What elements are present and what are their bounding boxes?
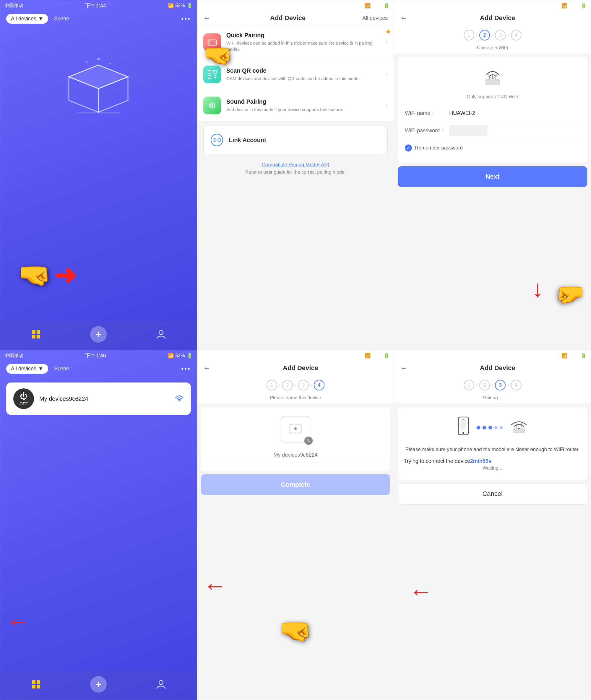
scene-button[interactable]: Scene	[51, 14, 72, 24]
svg-point-44	[294, 427, 297, 430]
wifi-password-field: WiFi password：	[405, 121, 580, 140]
add-device-title: Add Device	[213, 14, 363, 22]
scene-button-2[interactable]: Scene	[51, 364, 72, 374]
svg-point-50	[518, 428, 520, 429]
arrow-down-3: ↓	[532, 275, 543, 302]
compatible-pairing-section: Compatible Pairing Mode( AP) Refer to us…	[197, 159, 394, 178]
remember-checkbox[interactable]: ✓	[405, 144, 412, 151]
svg-rect-11	[32, 335, 36, 339]
chevron-down-icon-2: ▼	[38, 366, 44, 372]
svg-point-48	[463, 419, 464, 420]
home-panel: 中国移动 下午1:44 📶 52% 🔋 All devices ▼ Scene …	[0, 0, 197, 350]
home-nav-icon[interactable]	[31, 329, 41, 340]
wifi-router-icon	[405, 64, 580, 92]
battery-1: 📶 52% 🔋	[168, 3, 193, 9]
link-account-label: Link Account	[229, 137, 266, 144]
step-indicator: 1 › 2 › 3 › 4	[394, 25, 591, 45]
arrow-left-5: ←	[203, 572, 227, 599]
pairing-card: Please make sure your phone and the mode…	[398, 407, 587, 480]
box-icon	[60, 50, 137, 115]
arrow-right-1: ➜	[54, 260, 76, 291]
svg-marker-3	[69, 65, 128, 89]
home-header: All devices ▼ Scene •••	[0, 11, 197, 26]
step-1: 1	[464, 30, 474, 41]
arrow-left-6: ←	[409, 578, 433, 605]
off-label: OFF	[19, 401, 28, 406]
compatible-pairing-link[interactable]: Compatible Pairing Mode( AP)	[262, 162, 329, 167]
svg-rect-17	[213, 70, 216, 73]
arrow-left-4: ←	[6, 608, 30, 635]
empty-state-illustration	[0, 44, 197, 121]
device-options-list: Quick Pairing WIFI devices can be added …	[197, 25, 394, 121]
wifi-name-label: WiFi name：	[405, 110, 449, 117]
power-icon: ⏻	[20, 392, 27, 401]
remember-password-row: ✓ Remember password	[405, 140, 580, 156]
devices-header: All devices ▼ Scene •••	[0, 361, 197, 376]
status-bar-1: 中国移动 下午1:44 📶 52% 🔋	[0, 0, 197, 11]
step-5-1: 1	[267, 380, 277, 391]
router-icon-6	[509, 417, 529, 438]
pairing-title: Add Device	[410, 364, 585, 372]
scan-qr-label: Scan QR code	[226, 67, 360, 74]
compatible-pairing-note: Refer to user guide for the correct pair…	[200, 169, 391, 175]
wifi-password-input[interactable]	[449, 125, 487, 136]
step-6-1: 1	[464, 380, 474, 391]
device-name-input[interactable]	[207, 448, 384, 462]
cursor-overlay-2: 🤜	[203, 42, 233, 69]
step-label-6: Pairing...	[394, 395, 591, 404]
all-devices-button-2[interactable]: All devices ▼	[6, 364, 48, 374]
chevron-down-icon: ▼	[38, 16, 44, 22]
svg-rect-41	[37, 685, 40, 689]
step-indicator-5: 1 › 2 › 3 › 4	[197, 375, 394, 395]
connecting-time: 2min59s	[470, 458, 491, 464]
hand-icon-1: 🤜	[18, 260, 51, 291]
power-button[interactable]: ⏻ OFF	[13, 389, 34, 409]
edit-badge[interactable]: ✎	[304, 436, 313, 445]
back-button-3[interactable]: ←	[400, 14, 407, 22]
add-device-nav-button-4[interactable]: +	[90, 676, 107, 693]
wifi-name-value: HUAWEI-2	[449, 110, 475, 116]
profile-nav-icon[interactable]	[156, 329, 167, 340]
sound-pairing-option[interactable]: Sound Pairing Add device in this mode if…	[197, 90, 394, 121]
wifi-card: Only supports 2.4G WiFi WiFi name： HUAWE…	[398, 57, 587, 163]
name-device-panel: 中国移动 下午1:45 📶 52% 🔋 ← Add Device 1 › 2 ›…	[197, 350, 394, 700]
home-nav-icon-4[interactable]	[31, 679, 41, 690]
chevron-right-icon-1: ›	[386, 39, 388, 46]
scan-qr-desc: GSM devices and devices with QR code can…	[226, 75, 360, 81]
step-4: 4	[511, 30, 522, 41]
more-options-button-2[interactable]: •••	[182, 365, 191, 373]
svg-point-4	[97, 58, 100, 60]
svg-rect-38	[32, 680, 36, 684]
bottom-nav-1: +	[0, 321, 197, 350]
link-account-button[interactable]: Link Account	[203, 126, 388, 154]
all-devices-button[interactable]: All devices ▼	[6, 14, 48, 24]
step-6-2: 2	[479, 380, 490, 391]
hand-icon-2: 🤜	[203, 42, 233, 69]
step-5-2: 2	[282, 380, 293, 391]
complete-button[interactable]: Complete	[201, 474, 390, 495]
svg-point-6	[86, 61, 87, 63]
svg-rect-12	[37, 335, 40, 339]
svg-point-28	[218, 139, 221, 141]
back-button-5[interactable]: ←	[203, 364, 210, 372]
back-button-2[interactable]: ←	[203, 14, 210, 22]
chevron-right-icon-3: ›	[386, 102, 388, 109]
all-devices-link[interactable]: All devices	[362, 15, 388, 21]
next-button[interactable]: Next	[398, 166, 587, 187]
add-device-nav-button[interactable]: +	[90, 326, 107, 343]
profile-nav-icon-4[interactable]	[156, 679, 167, 690]
back-button-6[interactable]: ←	[400, 364, 407, 372]
hand-icon-3: 🤜	[555, 281, 585, 308]
waiting-text: Waiting...	[404, 466, 581, 471]
wifi-only-label: Only supports 2.4G WiFi	[405, 94, 580, 99]
wifi-title: Add Device	[410, 14, 585, 22]
carrier-1: 中国移动	[4, 3, 23, 9]
quick-pairing-label: Quick Pairing	[226, 32, 386, 39]
cancel-button[interactable]: Cancel	[398, 483, 587, 504]
more-options-button[interactable]: •••	[182, 15, 191, 23]
phone-icon	[456, 416, 471, 439]
pairing-dots	[477, 426, 503, 429]
pairing-panel: 中国移动 下午1:45 📶 52% 🔋 ← Add Device 1 › 2 ›…	[394, 350, 591, 700]
wifi-header-container: 中国移动 下午1:45 📶 52% 🔋 ← Add Device 1 › 2 ›…	[394, 0, 591, 54]
wifi-setup-panel: 中国移动 下午1:45 📶 52% 🔋 ← Add Device 1 › 2 ›…	[394, 0, 591, 350]
